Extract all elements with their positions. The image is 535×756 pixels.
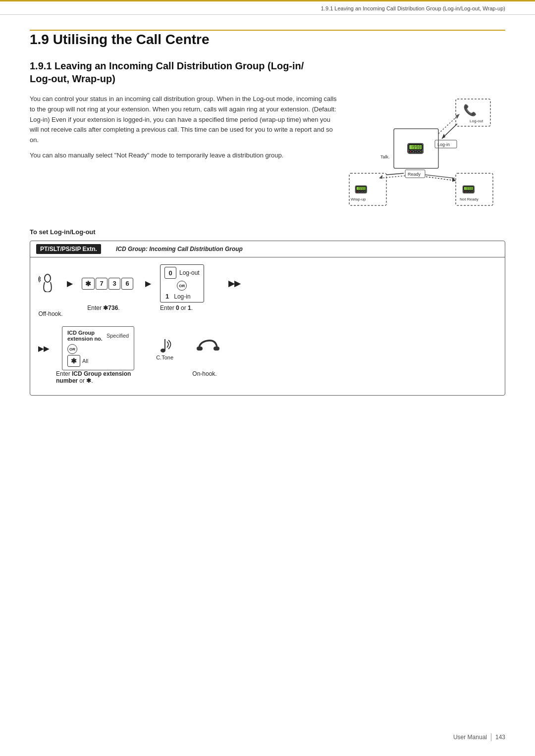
- key-3: 3: [108, 278, 120, 290]
- or-circle: OR: [177, 281, 187, 291]
- double-arrow: ▶▶: [228, 279, 242, 288]
- hangup-icon: [195, 338, 221, 359]
- section-title: 1.9.1 Leaving an Incoming Call Distribut…: [30, 59, 505, 85]
- phone-offhook-icon: [38, 273, 63, 294]
- paragraph2: You can also manually select "Not Ready"…: [30, 151, 337, 161]
- svg-text:📞: 📞: [463, 103, 477, 117]
- page-header: 1.9.1 Leaving an Incoming Call Distribut…: [0, 0, 535, 15]
- arrow1: ▶: [67, 279, 78, 288]
- icd-label: ICD Group: Incoming Call Distribution Gr…: [116, 246, 243, 252]
- instruction-box: PT/SLT/PS/SIP Extn. ICD Group: Incoming …: [30, 241, 505, 396]
- step2-row: ▶▶ ICD Groupextension no. Specified OR: [38, 326, 497, 370]
- chapter-title: 1.9 Utilising the Call Centre: [30, 32, 505, 48]
- footer-text: User Manual: [453, 734, 487, 741]
- pt-label: PT/SLT/PS/SIP Extn.: [36, 244, 101, 254]
- state-diagram: Log-out 📞 📟 Talk. Log-in Ready Wrap-up 📟: [347, 94, 505, 214]
- svg-line-22: [386, 173, 404, 175]
- footer-divider: [491, 733, 491, 741]
- diagram-svg: Log-out 📞 📟 Talk. Log-in Ready Wrap-up 📟: [347, 94, 495, 213]
- box-header: PT/SLT/PS/SIP Extn. ICD Group: Incoming …: [30, 241, 505, 257]
- svg-text:📟: 📟: [406, 140, 425, 157]
- svg-line-23: [426, 177, 456, 181]
- log-out-label: Log-out: [179, 269, 200, 276]
- box-body: ▶ ✱ 7 3 6 ▶ 0: [30, 257, 505, 395]
- lbl-onhook: On-hook.: [190, 370, 219, 377]
- icd-group-ext-label: ICD Groupextension no.: [67, 330, 103, 342]
- key-star: ✱: [82, 278, 95, 290]
- svg-text:Wrap-up: Wrap-up: [351, 197, 366, 202]
- header-text: 1.9.1 Leaving an Incoming Call Distribut…: [321, 5, 505, 11]
- or-circle2: OR: [67, 344, 77, 354]
- page-number: 143: [495, 734, 505, 741]
- ctone-label: C.Tone: [156, 354, 173, 360]
- key-0: 0: [164, 267, 176, 279]
- icd-group-box: ICD Groupextension no. Specified OR ✱ Al…: [62, 326, 134, 370]
- step1-row: ▶ ✱ 7 3 6 ▶ 0: [38, 264, 497, 302]
- lbl-enter736: Enter ✱736.: [74, 304, 133, 311]
- key-sequence: ✱ 7 3 6: [82, 278, 141, 290]
- svg-text:Log-out: Log-out: [470, 119, 483, 123]
- section-body: You can control your status in an incomi…: [30, 94, 505, 214]
- page-footer: User Manual 143: [453, 733, 505, 741]
- svg-marker-19: [442, 134, 445, 139]
- svg-text:Not Ready: Not Ready: [460, 197, 479, 202]
- svg-point-26: [45, 274, 51, 282]
- offhook-label-row: Off-hook.: [38, 310, 497, 317]
- choice-box: 0 Log-out OR 1 Log-in: [160, 264, 224, 302]
- key-star2: ✱: [67, 355, 80, 367]
- specified-label: Specified: [107, 333, 129, 339]
- lbl-offhook2: Off-hook.: [38, 310, 63, 317]
- lbl-enter01: Enter 0 or 1.: [144, 304, 209, 311]
- ctone-icon: C.Tone: [156, 337, 173, 360]
- svg-text:📟: 📟: [354, 183, 368, 196]
- svg-text:Log-in: Log-in: [437, 142, 450, 147]
- svg-text:📟: 📟: [462, 183, 476, 196]
- all-label: All: [82, 358, 88, 364]
- paragraph1: You can control your status in an incomi…: [30, 94, 337, 146]
- double-arrow2: ▶▶: [38, 345, 56, 353]
- subsection-heading: To set Log-in/Log-out: [30, 228, 505, 236]
- lbl-icd-ext: Enter ICD Group extensionnumber or ✱.: [56, 370, 140, 384]
- svg-line-25: [425, 175, 455, 178]
- step2-labels: Enter ICD Group extensionnumber or ✱. On…: [38, 370, 497, 384]
- body-text: You can control your status in an incomi…: [30, 94, 337, 214]
- svg-point-28: [160, 349, 165, 353]
- decorative-line: [30, 30, 505, 31]
- main-content: 1.9 Utilising the Call Centre 1.9.1 Leav…: [0, 15, 535, 425]
- svg-rect-29: [197, 347, 203, 351]
- key-6: 6: [121, 278, 133, 290]
- key-7: 7: [96, 278, 107, 290]
- svg-line-20: [379, 176, 405, 178]
- svg-marker-21: [379, 175, 382, 179]
- arrow2: ▶: [145, 279, 156, 288]
- svg-text:Ready: Ready: [408, 172, 421, 177]
- svg-marker-17: [456, 114, 460, 119]
- log-in-label: Log-in: [174, 293, 190, 300]
- svg-text:Talk.: Talk.: [380, 154, 390, 159]
- svg-rect-30: [214, 347, 219, 351]
